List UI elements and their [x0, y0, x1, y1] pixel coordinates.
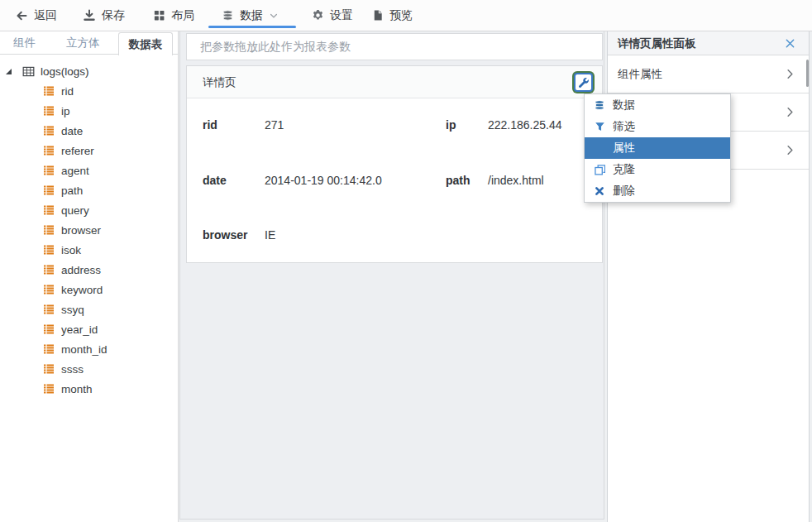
section-component-properties[interactable]: 组件属性 — [608, 55, 809, 93]
tree-field-query[interactable]: query — [0, 200, 178, 220]
tree-field-label: path — [61, 184, 83, 197]
menu-item-label: 属性 — [613, 141, 635, 156]
tree-field-ssyq[interactable]: ssyq — [0, 299, 178, 319]
tree-field-ssss[interactable]: ssss — [0, 359, 178, 379]
tree-field-year-id[interactable]: year_id — [0, 319, 178, 339]
properties-panel-title: 详情页属性面板 — [618, 31, 696, 55]
chevron-right-icon — [784, 144, 796, 156]
field-list-icon — [43, 324, 55, 334]
field-list-icon — [43, 245, 55, 255]
tree-field-label: referer — [61, 145, 94, 157]
widget-tools-button[interactable] — [574, 73, 593, 92]
layout-grid-icon — [153, 9, 165, 22]
database-icon — [222, 9, 234, 22]
menu-item-properties[interactable]: 属性 — [585, 137, 730, 159]
tab-components[interactable]: 组件 — [13, 31, 36, 55]
chevron-right-icon — [784, 106, 796, 118]
tree-field-label: ssyq — [61, 304, 84, 316]
tree-field-label: agent — [61, 165, 89, 177]
properties-panel-header: 详情页属性面板 — [608, 31, 809, 55]
caret-expanded-icon[interactable] — [6, 69, 12, 74]
field-label-date: date — [203, 174, 227, 187]
tree-field-referer[interactable]: referer — [0, 141, 178, 160]
chevron-down-icon — [269, 11, 279, 21]
field-list-icon — [43, 126, 55, 136]
file-icon — [372, 9, 384, 22]
field-list-icon — [43, 384, 55, 394]
tree-field-label: isok — [61, 244, 81, 256]
preview-button[interactable]: 预览 — [372, 0, 413, 31]
detail-widget-title: 详情页 — [203, 66, 236, 98]
delete-x-icon — [593, 186, 606, 196]
scrollbar-thumb[interactable] — [806, 60, 809, 87]
field-list-icon — [43, 185, 55, 195]
tree-field-label: year_id — [61, 323, 98, 336]
tree-field-agent[interactable]: agent — [0, 160, 178, 180]
field-list-icon — [43, 106, 55, 116]
field-list-icon — [43, 285, 55, 295]
widget-context-menu: 数据 筛选 属性 克隆 删除 — [584, 93, 731, 203]
field-value-date: 2014-01-19 00:14:42.0 — [265, 174, 382, 187]
tree-field-label: keyword — [61, 284, 103, 296]
preview-button-label: 预览 — [389, 8, 413, 23]
tree-field-path[interactable]: path — [0, 180, 178, 200]
left-sidebar: 组件 立方体 数据表 logs(logs) rid ip date refere… — [0, 31, 179, 522]
layout-button-label: 布局 — [171, 8, 194, 23]
field-label-browser: browser — [203, 228, 247, 242]
field-list-icon — [43, 205, 55, 215]
tab-datatable[interactable]: 数据表 — [118, 32, 173, 55]
clone-icon — [593, 165, 606, 175]
tree-field-date[interactable]: date — [0, 121, 178, 141]
gear-icon — [312, 9, 324, 22]
menu-item-data[interactable]: 数据 — [585, 94, 730, 116]
wrench-icon — [579, 78, 589, 88]
field-list-icon — [43, 225, 55, 235]
field-label-rid: rid — [203, 118, 217, 132]
parameter-dropzone-placeholder: 把参数拖放此处作为报表参数 — [200, 40, 351, 55]
tree-field-label: rid — [61, 85, 74, 98]
parameter-dropzone[interactable]: 把参数拖放此处作为报表参数 — [186, 33, 603, 60]
field-value-path: /index.html — [488, 174, 544, 187]
field-label-ip: ip — [446, 118, 456, 132]
save-icon — [83, 9, 96, 22]
settings-button[interactable]: 设置 — [312, 0, 353, 31]
tree-field-label: ip — [61, 105, 70, 117]
menu-item-label: 筛选 — [613, 119, 635, 134]
menu-item-filter[interactable]: 筛选 — [585, 116, 730, 137]
tree-field-label: month_id — [61, 343, 107, 356]
menu-item-delete[interactable]: 删除 — [585, 180, 730, 202]
tree-root-logs[interactable]: logs(logs) — [0, 61, 178, 81]
field-label-path: path — [446, 174, 470, 187]
menu-item-clone[interactable]: 克隆 — [585, 159, 730, 180]
tree-field-month-id[interactable]: month_id — [0, 339, 178, 359]
layout-button[interactable]: 布局 — [153, 0, 194, 31]
tree-field-isok[interactable]: isok — [0, 240, 178, 260]
field-value-browser: IE — [265, 228, 275, 242]
field-list-icon — [43, 304, 55, 314]
back-button[interactable]: 返回 — [15, 0, 57, 31]
field-list-icon — [43, 146, 55, 156]
tree-field-address[interactable]: address — [0, 260, 178, 280]
tree-field-keyword[interactable]: keyword — [0, 280, 178, 299]
active-tab-underline — [208, 26, 296, 28]
section-label: 组件属性 — [618, 55, 662, 93]
tree-field-ip[interactable]: ip — [0, 101, 178, 121]
save-button[interactable]: 保存 — [83, 0, 125, 31]
detail-widget[interactable]: 详情页 rid 271 ip 222.186.25.44 date 2014-0… — [186, 65, 603, 263]
tree-field-month[interactable]: month — [0, 379, 178, 399]
settings-button-label: 设置 — [330, 8, 353, 23]
tree-field-rid[interactable]: rid — [0, 81, 178, 101]
tree-root-label: logs(logs) — [41, 65, 89, 78]
tree-field-label: browser — [61, 224, 101, 237]
menu-item-label: 克隆 — [613, 162, 635, 177]
close-x-icon[interactable] — [785, 38, 795, 49]
tab-cube[interactable]: 立方体 — [66, 31, 100, 55]
tree-field-browser[interactable]: browser — [0, 220, 178, 240]
database-icon — [593, 99, 606, 111]
field-list-icon — [43, 364, 55, 374]
tree-field-label: ssss — [61, 363, 84, 376]
field-list-icon — [43, 265, 55, 275]
field-list-icon — [43, 344, 55, 354]
back-arrow-icon — [15, 9, 28, 22]
table-icon — [22, 66, 35, 77]
